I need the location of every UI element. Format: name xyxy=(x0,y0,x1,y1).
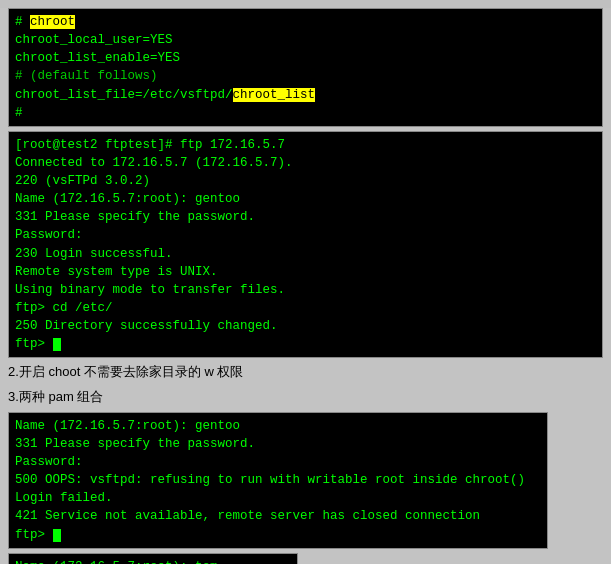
note-text-2: 3.两种 pam 组合 xyxy=(8,389,103,404)
terminal-block-1: # chroot chroot_local_user=YES chroot_li… xyxy=(8,8,603,127)
cursor-2 xyxy=(53,529,61,542)
cursor-1 xyxy=(53,338,61,351)
page: # chroot chroot_local_user=YES chroot_li… xyxy=(0,8,611,564)
terminal-block-3: Name (172.16.5.7:root): gentoo 331 Pleas… xyxy=(8,412,548,549)
line-hash: # xyxy=(15,106,23,120)
terminal-block-4: Name (172.16.5.7:root): tom 331 Please s… xyxy=(8,553,298,564)
terminal-content-4: Name (172.16.5.7:root): tom 331 Please s… xyxy=(9,554,297,564)
terminal-content-3: Name (172.16.5.7:root): gentoo 331 Pleas… xyxy=(9,413,547,548)
line-local-user: chroot_local_user=YES xyxy=(15,33,173,47)
line-list-enable: chroot_list_enable=YES xyxy=(15,51,180,65)
note-line-2: 3.两种 pam 组合 xyxy=(8,387,603,408)
prompt-hash: # xyxy=(15,15,30,29)
terminal-block-2: [root@test2 ftptest]# ftp 172.16.5.7 Con… xyxy=(8,131,603,359)
line-list-file: chroot_list_file=/etc/vsftpd/chroot_list xyxy=(15,88,315,102)
chroot-highlight: chroot xyxy=(30,15,75,29)
note-text-1: 2.开启 choot 不需要去除家目录的 w 权限 xyxy=(8,364,243,379)
note-line-1: 2.开启 choot 不需要去除家目录的 w 权限 xyxy=(8,362,603,383)
line-default: # (default follows) xyxy=(15,69,158,83)
terminal-content-2: [root@test2 ftptest]# ftp 172.16.5.7 Con… xyxy=(9,132,602,358)
terminal-content-1: # chroot chroot_local_user=YES chroot_li… xyxy=(9,9,602,126)
